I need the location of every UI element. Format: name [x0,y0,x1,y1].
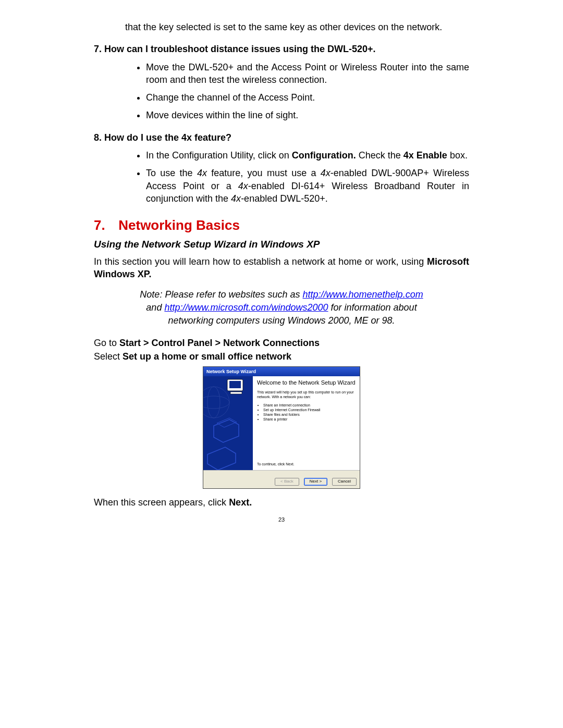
note-block: Note: Please refer to websites such as h… [94,288,469,328]
list-item: To use the 4x feature, you must use a 4x… [146,167,469,205]
q8-bullets: In the Configuration Utility, click on C… [125,149,469,205]
list-item: Move devices within the line of sight. [146,109,469,121]
link-microsoft[interactable]: http://www.microsoft.com/windows2000 [164,302,328,313]
list-item: Share an Internet connection [263,403,356,408]
text: networking computers using Windows 2000,… [94,314,469,327]
select-line: Select Set up a home or small office net… [94,350,469,363]
wizard-features: Share an Internet connection Set up Inte… [257,403,356,422]
back-button: < Back [275,478,299,486]
wizard-sidebar-image [203,376,253,470]
page-number: 23 [94,516,469,524]
link-homenethelp[interactable]: http://www.homenethelp.com [303,289,423,300]
text-bold: Start > Control Panel > Network Connecti… [119,338,320,348]
wizard-continue-text: To continue, click Next. [257,462,356,466]
section-title: Networking Basics [118,217,240,233]
list-item: Move the DWL-520+ and the Access Point o… [146,61,469,87]
list-item: In the Configuration Utility, click on C… [146,149,469,162]
section-heading: 7. Networking Basics [94,216,469,235]
list-item: Share files and folders [263,412,356,417]
wizard-titlebar: Network Setup Wizard [203,367,360,376]
text: Select [94,351,123,362]
after-paragraph: When this screen appears, click Next. [94,496,469,509]
text: In this section you will learn how to es… [94,256,427,267]
svg-rect-6 [230,392,242,394]
q7-bullets: Move the DWL-520+ and the Access Point o… [125,61,469,122]
wizard-button-row: < Back Next > Cancel [203,470,360,488]
text: Note: Please refer to websites such as [140,289,302,300]
intro-paragraph: In this section you will learn how to es… [94,255,469,281]
list-item: Change the channel of the Access Point. [146,91,469,104]
text: Go to [94,338,119,348]
text-bold: Next. [229,497,252,508]
wizard-dialog: Network Setup Wizard [203,366,360,489]
wizard-heading: Welcome to the Network Setup Wizard [257,379,356,386]
list-item: Share a printer [263,417,356,422]
text-bold: Set up a home or small office network [123,351,291,362]
text: When this screen appears, click [94,497,229,508]
goto-line: Go to Start > Control Panel > Network Co… [94,337,469,349]
cancel-button[interactable]: Cancel [332,478,357,486]
section-number: 7. [94,216,115,235]
q7-heading: 7. How can I troubleshoot distance issue… [94,43,469,55]
next-button[interactable]: Next > [304,478,327,486]
section-subheading: Using the Network Setup Wizard in Window… [94,238,469,251]
svg-rect-5 [229,381,241,388]
list-item: Set up Internet Connection Firewall [263,408,356,412]
prev-paragraph: that the key selected is set to the same… [125,21,469,33]
wizard-desc: This wizard will help you set up this co… [257,390,356,400]
text: and [146,302,164,313]
q8-heading: 8. How do I use the 4x feature? [94,131,469,144]
text: for information about [328,302,417,313]
